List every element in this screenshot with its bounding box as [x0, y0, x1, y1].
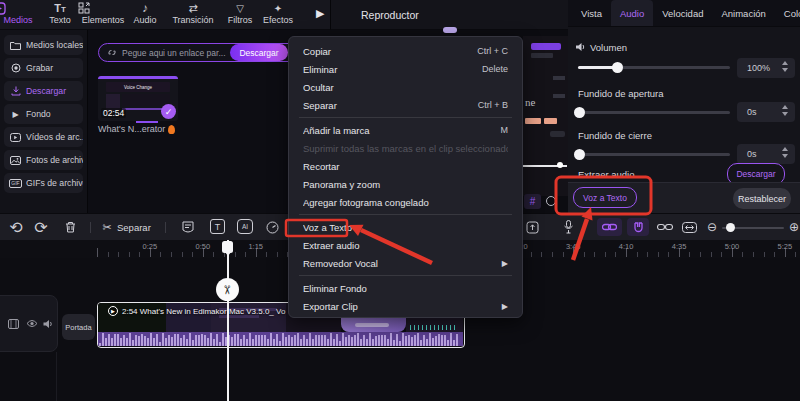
- video-icon: [10, 133, 21, 142]
- tab-velocidad[interactable]: Velocidad: [653, 0, 712, 26]
- menu-item-panorama-y-zoom[interactable]: Panorama y zoom: [289, 175, 522, 193]
- context-menu: CopiarCtrl + CEliminarDeleteOcultarSepar…: [288, 36, 523, 318]
- selected-check-icon[interactable]: ✓: [161, 104, 176, 119]
- folder-icon: [10, 41, 21, 50]
- media-thumbnail[interactable]: Voice Change 02:54 ✓: [98, 76, 178, 121]
- nav-tab-transición[interactable]: ⇄Transición: [168, 2, 218, 25]
- delete-icon[interactable]: [62, 219, 78, 235]
- thumbnail-inner-title: Voice Change: [106, 82, 170, 92]
- import-icon[interactable]: [524, 219, 540, 235]
- volume-stepper[interactable]: [782, 61, 788, 72]
- fade-out-slider[interactable]: [578, 153, 730, 156]
- menu-item-a-adir-la-marca[interactable]: Añadir la marcaM: [289, 121, 522, 139]
- extract-audio-label: Extraer audio: [578, 169, 635, 180]
- sidebar-item-gifs-de-archivo[interactable]: GIFGIFs de archivo: [4, 173, 83, 193]
- clip-waveform: [98, 332, 463, 346]
- fade-in-value[interactable]: 0s: [737, 102, 795, 122]
- menu-item-eliminar-fondo[interactable]: Eliminar Fondo: [289, 279, 522, 297]
- ruler-label: 3:45: [566, 242, 581, 251]
- expand-nav-icon[interactable]: ▶: [316, 7, 324, 20]
- tab-color[interactable]: Color: [775, 0, 800, 26]
- playhead-split-icon[interactable]: ✂: [216, 278, 239, 301]
- speed-icon[interactable]: [264, 219, 280, 235]
- sidebar-item-grabar[interactable]: Grabar: [4, 58, 83, 78]
- text-tool-icon[interactable]: T: [210, 219, 225, 234]
- fade-in-label: Fundido de apertura: [578, 88, 664, 99]
- audio-icon: ♪: [120, 2, 170, 15]
- download-link-button[interactable]: Descargar: [230, 44, 288, 61]
- sidebar-item-fondo[interactable]: ▶Fondo: [4, 104, 83, 124]
- fit-timeline-icon[interactable]: [680, 219, 698, 235]
- fade-in-stepper[interactable]: [782, 105, 788, 116]
- menu-item-recortar[interactable]: Recortar: [289, 157, 522, 175]
- nav-tab-audio[interactable]: ♪Audio: [120, 2, 170, 25]
- link-icon: [107, 48, 117, 57]
- safe-area-grid-icon[interactable]: #: [524, 194, 541, 209]
- cover-button[interactable]: Portada: [62, 314, 95, 340]
- redo-icon[interactable]: ⟳: [33, 219, 49, 235]
- thumbnail-duration: 02:54: [101, 108, 126, 118]
- tab-animación[interactable]: Animación: [712, 0, 774, 26]
- video-preview: ne: [523, 36, 568, 196]
- caret-right-icon: ▶: [10, 110, 21, 119]
- unlink-icon[interactable]: [655, 219, 675, 235]
- fade-out-value[interactable]: 0s: [737, 144, 795, 164]
- tab-vista[interactable]: Vista: [572, 0, 611, 26]
- menu-item-extraer-audio[interactable]: Extraer audio: [289, 236, 522, 254]
- fade-out-slider-knob[interactable]: [574, 149, 585, 160]
- menu-item-voz-a-texto[interactable]: Voz a Texto: [289, 218, 522, 236]
- reset-button[interactable]: Restablecer: [733, 188, 791, 209]
- link-clips-icon[interactable]: [597, 218, 622, 236]
- menu-item-agregar-fotograma-congelado[interactable]: Agregar fotograma congelado: [289, 193, 522, 211]
- playhead-handle[interactable]: [222, 241, 233, 253]
- playhead-line[interactable]: [227, 240, 229, 401]
- submenu-arrow-icon: ▶: [502, 259, 508, 268]
- fade-out-stepper[interactable]: [782, 147, 788, 158]
- menu-item-exportar-clip[interactable]: Exportar Clip▶: [289, 297, 522, 315]
- fade-in-slider[interactable]: [578, 111, 730, 114]
- track-mute-icon[interactable]: [43, 319, 54, 329]
- sidebar-item-descargar[interactable]: Descargar: [4, 81, 83, 101]
- sidebar-item-v-deos-de-arc-[interactable]: Vídeos de arc...: [4, 127, 83, 147]
- ai-tool-icon[interactable]: AI: [237, 219, 253, 234]
- magnet-icon[interactable]: [627, 218, 649, 236]
- subtitle-icon[interactable]: [180, 219, 196, 235]
- tab-audio[interactable]: Audio: [611, 0, 653, 26]
- microphone-icon[interactable]: [560, 219, 576, 235]
- track-visibility-icon[interactable]: [26, 319, 38, 328]
- zoom-out-icon[interactable]: ⊖: [705, 219, 719, 235]
- loop-icon[interactable]: [546, 196, 556, 206]
- menu-item-ocultar[interactable]: Ocultar: [289, 78, 522, 96]
- zoom-in-icon[interactable]: ⊕: [787, 219, 800, 235]
- media-sidebar: Medios localesGrabarDescargar▶FondoVídeo…: [0, 30, 88, 213]
- voice-to-text-button[interactable]: Voz a Texto: [573, 187, 637, 208]
- fire-icon: [168, 125, 175, 134]
- ruler-label: 0:25: [143, 242, 158, 251]
- menu-item-suprimir-todas-las-marcas-en-el-clip-sel: Suprimir todas las marcas en el clip sel…: [289, 139, 522, 157]
- sidebar-item-medios-locales[interactable]: Medios locales: [4, 35, 83, 55]
- fade-in-slider-knob[interactable]: [574, 107, 585, 118]
- preview-fragment: [443, 27, 457, 33]
- gif-icon: GIF: [10, 179, 21, 188]
- player-title: Reproductor: [361, 9, 419, 21]
- volume-slider-knob[interactable]: [612, 62, 623, 73]
- sidebar-item-fotos-de-archivo[interactable]: Fotos de archivo: [4, 150, 83, 170]
- download-icon: [10, 86, 21, 96]
- menu-item-eliminar[interactable]: EliminarDelete: [289, 60, 522, 78]
- player-header: Reproductor: [330, 0, 568, 30]
- track-header: [0, 295, 58, 352]
- timeline-zoom-knob[interactable]: [726, 223, 735, 232]
- volume-value[interactable]: 100%: [737, 58, 795, 78]
- undo-icon[interactable]: ⟲: [8, 219, 24, 235]
- audio-panel: Volumen 100% Fundido de apertura 0s Fund…: [568, 27, 800, 182]
- nav-tab-efectos[interactable]: ✦Efectos: [253, 2, 303, 25]
- clip-play-icon: ▶: [108, 306, 118, 316]
- menu-item-copiar[interactable]: CopiarCtrl + C: [289, 42, 522, 60]
- app-window: MediosTTTextoElementos♪Audio⇄Transición▽…: [0, 0, 800, 401]
- menu-item-separar[interactable]: SepararCtrl + B: [289, 96, 522, 114]
- split-label[interactable]: Separar: [117, 219, 151, 235]
- ruler-label: 0:50: [196, 242, 211, 251]
- menu-item-removedor-vocal[interactable]: Removedor Vocal▶: [289, 254, 522, 272]
- submenu-arrow-icon: ▶: [502, 302, 508, 311]
- split-scissors-icon[interactable]: ✂: [100, 219, 114, 235]
